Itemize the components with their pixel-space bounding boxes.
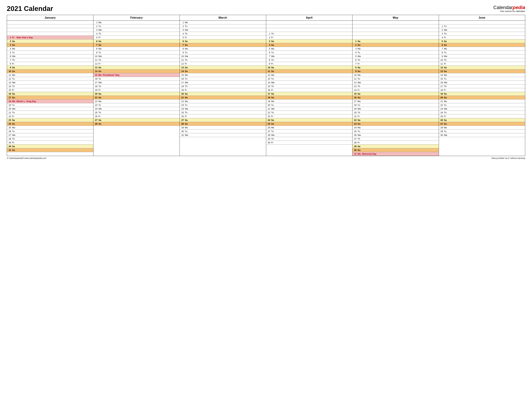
day-weekday: Tu (444, 130, 448, 133)
day-weekday: Su (99, 70, 103, 73)
empty-cell (180, 137, 266, 141)
day-cell: 11Fr (439, 62, 525, 66)
day-cell: 26Fr (180, 115, 266, 118)
day-cell: 24Su (7, 122, 93, 126)
day-number: 12 (181, 62, 184, 65)
day-number: 12 (8, 78, 11, 80)
day-cell: 8Tu (439, 51, 525, 54)
day-weekday: We (12, 55, 17, 58)
day-number: 24 (8, 123, 11, 125)
day-weekday: Fr (99, 115, 103, 118)
day-cell: 5Sa (439, 39, 525, 43)
day-number: 26 (95, 115, 97, 118)
day-weekday: Tu (444, 78, 448, 80)
day-cell: 14Mo (439, 73, 525, 77)
day-cell: 15Th (266, 85, 352, 88)
day-number: 3 (440, 32, 443, 35)
day-number: 19 (181, 89, 184, 91)
day-cell: 4Fr (439, 36, 525, 39)
day-cell: 8Mo (94, 47, 180, 51)
day-cell: 11Th (94, 58, 180, 62)
day-cell: 5Tu (7, 51, 93, 54)
month-header: February (94, 15, 180, 21)
day-number: 25 (440, 115, 443, 118)
day-cell: 17Su (7, 96, 93, 99)
day-weekday: Tu (444, 25, 448, 28)
empty-cell (7, 24, 93, 28)
day-weekday: Su (444, 70, 448, 73)
day-weekday: Fr (271, 89, 276, 91)
day-cell: 2We (439, 28, 525, 32)
day-cell: 10We (94, 54, 180, 58)
day-weekday: Mo (185, 126, 189, 129)
day-weekday: Th (99, 85, 103, 88)
footer: © Calendarpedia® www.calendarpedia.com D… (7, 157, 525, 159)
day-number: 3 (95, 29, 97, 31)
day-number: 17 (440, 85, 443, 88)
day-weekday: We (99, 29, 103, 31)
day-cell: 3Th (439, 32, 525, 36)
day-weekday: Tu (444, 51, 448, 54)
day-weekday: Sa (99, 40, 103, 42)
day-cell: 3Su (7, 43, 93, 47)
day-weekday: Mo (185, 48, 189, 50)
day-cell: 20Tu (266, 103, 352, 107)
day-weekday: Mo (12, 74, 17, 76)
day-number: 21 (353, 115, 357, 118)
day-number: 24 (95, 108, 97, 110)
empty-cell (94, 152, 180, 156)
empty-cell (180, 145, 266, 148)
day-weekday: Tu (99, 51, 103, 54)
day-cell: 7Su (94, 43, 180, 47)
day-number: 23 (440, 108, 443, 110)
day-number: 5 (95, 36, 97, 39)
day-weekday: Su (444, 44, 448, 46)
day-cell: 27Su (439, 122, 525, 126)
day-number: 9 (8, 66, 11, 69)
day-weekday: Fr (271, 115, 276, 118)
day-weekday: Mo (99, 21, 103, 24)
day-weekday: We (185, 55, 189, 58)
day-number: 18 (440, 89, 443, 91)
day-number: 25 (181, 111, 184, 114)
day-weekday: We (444, 29, 448, 31)
day-cell: 12Fr (94, 62, 180, 66)
day-cell: 4Tu (352, 51, 439, 54)
day-cell: 2Tu (180, 24, 266, 28)
day-weekday: Mo (12, 100, 17, 103)
day-number: 26 (181, 115, 184, 118)
day-weekday: Sa (444, 66, 448, 69)
day-number: 8 (181, 48, 184, 50)
day-cell: 24Th (439, 111, 525, 115)
empty-cell (439, 145, 525, 148)
day-number: 4 (353, 51, 357, 54)
day-number: 13 (95, 66, 97, 69)
day-weekday: Fr (358, 141, 362, 144)
day-weekday: Th (12, 111, 17, 114)
day-weekday: Su (185, 44, 189, 46)
day-cell: 25Th (180, 111, 266, 115)
day-number: 29 (181, 126, 184, 129)
day-cell: 25Fr (439, 115, 525, 118)
day-weekday: Tu (12, 104, 17, 106)
day-number: 15 (181, 74, 184, 76)
month-header-row: JanuaryFebruaryMarchAprilMayJune (7, 15, 525, 21)
day-cell: 18Th (180, 85, 266, 88)
day-number: 28 (267, 134, 270, 136)
day-number: 29 (440, 130, 443, 133)
day-cell: 13Sa (94, 66, 180, 69)
day-cell: 9Sa (7, 66, 93, 69)
day-weekday: Fr (12, 36, 17, 39)
day-number: 14 (181, 70, 184, 73)
day-cell: 26Fr (94, 115, 180, 118)
day-weekday: Su (12, 70, 17, 73)
day-number: 20 (95, 92, 97, 95)
day-number: 19 (267, 100, 270, 103)
day-cell: 21Th (7, 111, 93, 115)
day-weekday: Tu (185, 78, 189, 80)
day-number: 6 (181, 40, 184, 42)
day-cell: 8Sa (352, 66, 439, 69)
day-weekday: Mo (271, 48, 276, 50)
day-weekday: Sa (185, 92, 189, 95)
day-number: 8 (267, 59, 270, 61)
